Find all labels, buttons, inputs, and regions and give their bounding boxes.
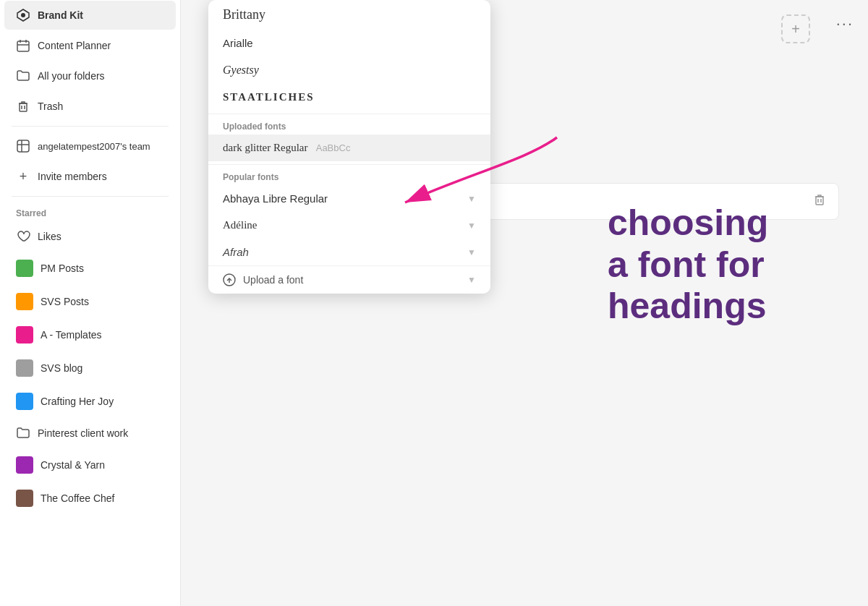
svs-blog-thumb <box>16 359 33 377</box>
coffee-chef-label: The Coffee Chef <box>41 492 114 504</box>
upload-font-item[interactable]: Upload a font ▼ <box>208 265 490 294</box>
invite-label: Invite members <box>38 171 107 182</box>
sidebar-item-pm-posts[interactable]: PM Posts <box>4 252 176 284</box>
sidebar-item-coffee-chef[interactable]: The Coffee Chef <box>4 482 176 514</box>
font-gyestsy-label: Gyestsy <box>223 64 259 77</box>
all-folders-label: All your folders <box>38 70 105 82</box>
dropdown-afrah[interactable]: Afrah ▼ <box>208 239 490 265</box>
trash-icon <box>16 99 30 114</box>
sidebar: Brand Kit Content Planner All your folde… <box>0 0 181 606</box>
font-adeline-label: Adéline <box>223 219 257 231</box>
crystal-yarn-thumb <box>16 456 33 474</box>
likes-label: Likes <box>38 231 61 242</box>
svg-point-1 <box>21 13 25 17</box>
svg-rect-9 <box>17 140 29 152</box>
font-afrah-label: Afrah <box>223 246 249 258</box>
coffee-chef-thumb <box>16 490 33 507</box>
svs-posts-thumb <box>16 293 33 310</box>
svs-posts-label: SVS Posts <box>41 296 89 307</box>
team-label: angelatempest2007's team <box>38 141 150 152</box>
annotation-line3: headings <box>608 286 766 326</box>
team-icon <box>16 139 30 153</box>
divider2 <box>12 196 169 197</box>
sidebar-item-pinterest[interactable]: Pinterest client work <box>4 419 176 448</box>
brand-kit-icon <box>16 8 30 22</box>
plus-icon: + <box>16 169 30 184</box>
calendar-icon <box>16 38 30 53</box>
sidebar-item-trash[interactable]: Trash <box>4 92 176 121</box>
download-chevron-3: ▼ <box>467 247 476 257</box>
popular-section-label: Popular fonts <box>208 164 490 185</box>
heart-icon <box>16 229 30 244</box>
pm-posts-thumb <box>16 260 33 277</box>
crafting-joy-label: Crafting Her Joy <box>41 396 114 407</box>
sidebar-item-content-planner[interactable]: Content Planner <box>4 31 176 60</box>
sidebar-item-likes[interactable]: Likes <box>4 222 176 251</box>
font-brittany-label: Brittany <box>223 7 265 22</box>
download-chevron-2: ▼ <box>467 221 476 231</box>
content-area: ··· + Choose a font ▼ 31.5 ▼ B I Add a h… <box>181 0 868 606</box>
sidebar-item-all-folders[interactable]: All your folders <box>4 61 176 90</box>
font-arialle-label: Arialle <box>223 37 253 49</box>
sidebar-item-invite[interactable]: + Invite members <box>4 162 176 191</box>
content-planner-label: Content Planner <box>38 40 111 51</box>
font-abhaya-label: Abhaya Libre Regular <box>223 192 328 205</box>
crystal-yarn-label: Crystal & Yarn <box>41 459 105 471</box>
annotation-text: choosing a font for headings <box>608 202 846 328</box>
svg-rect-2 <box>17 41 29 51</box>
more-options-button[interactable]: ··· <box>836 14 854 33</box>
uploaded-font-preview-dd: AaBbCc <box>316 142 351 153</box>
sidebar-item-team[interactable]: angelatempest2007's team <box>4 132 176 161</box>
sidebar-item-templates[interactable]: A - Templates <box>4 319 176 351</box>
pinterest-label: Pinterest client work <box>38 427 128 439</box>
upload-icon <box>223 273 236 286</box>
svs-blog-label: SVS blog <box>41 362 82 374</box>
add-button[interactable]: + <box>781 14 810 43</box>
annotation-line1: choosing <box>608 202 768 243</box>
svg-rect-6 <box>20 103 27 111</box>
dropdown-font-arialle[interactable]: Arialle <box>208 30 490 56</box>
brand-kit-label: Brand Kit <box>38 9 83 21</box>
uploaded-section-label: Uploaded fonts <box>208 114 490 135</box>
trash-label: Trash <box>38 101 63 112</box>
sidebar-item-crystal-yarn[interactable]: Crystal & Yarn <box>4 449 176 481</box>
divider <box>12 126 169 127</box>
font-staatliches-label: STAATLICHES <box>223 91 314 103</box>
annotation-line2: a font for <box>608 244 765 285</box>
dropdown-font-gyestsy[interactable]: Gyestsy <box>208 56 490 84</box>
templates-thumb <box>16 326 33 343</box>
sidebar-item-brand-kit[interactable]: Brand Kit <box>4 1 176 30</box>
dropdown-font-staatliches[interactable]: STAATLICHES <box>208 84 490 111</box>
dropdown-uploaded-font[interactable]: dark glitter Regular AaBbCc <box>208 135 490 161</box>
folder-pinterest-icon <box>16 426 30 440</box>
uploaded-font-label: dark glitter Regular AaBbCc <box>223 142 350 154</box>
dropdown-adeline[interactable]: Adéline ▼ <box>208 212 490 239</box>
dropdown-font-brittany[interactable]: Brittany <box>208 0 490 30</box>
dropdown-abhaya[interactable]: Abhaya Libre Regular ▼ <box>208 185 490 212</box>
crafting-joy-thumb <box>16 393 33 410</box>
upload-chevron: ▼ <box>467 275 476 285</box>
download-chevron-1: ▼ <box>467 194 476 204</box>
sidebar-item-svs-blog[interactable]: SVS blog <box>4 352 176 384</box>
pm-posts-label: PM Posts <box>41 263 84 274</box>
folder-icon <box>16 69 30 83</box>
starred-section-label: Starred <box>0 201 180 221</box>
upload-font-label: Upload a font <box>243 274 303 286</box>
sidebar-item-crafting-joy[interactable]: Crafting Her Joy <box>4 385 176 417</box>
font-dropdown: Brittany Arialle Gyestsy STAATLICHES Upl… <box>208 0 490 294</box>
main-area: ··· + Choose a font ▼ 31.5 ▼ B I Add a h… <box>181 0 868 606</box>
templates-label: A - Templates <box>41 329 102 341</box>
sidebar-item-svs-posts[interactable]: SVS Posts <box>4 286 176 317</box>
